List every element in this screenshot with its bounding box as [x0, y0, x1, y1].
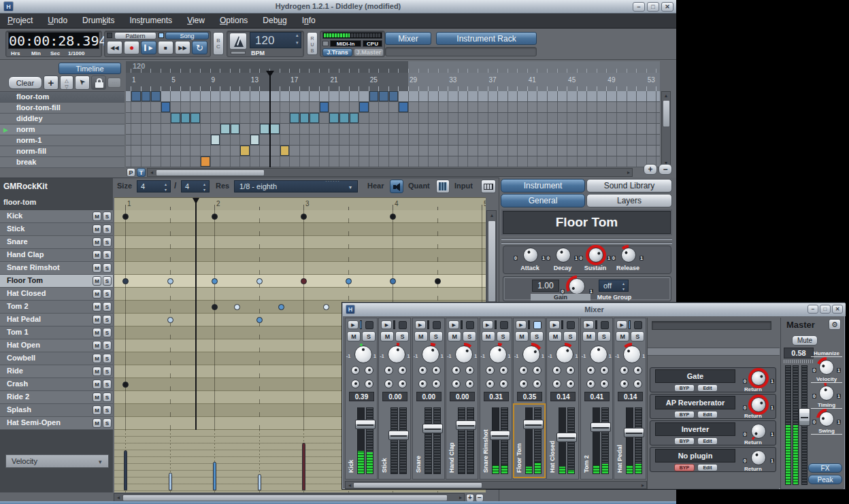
maximize-icon[interactable]: □ [647, 2, 659, 12]
note-kick-3[interactable] [301, 214, 307, 220]
strip-mute-button[interactable]: M [515, 331, 529, 341]
instrument-row-hat-semi-open[interactable]: Hat Semi-OpenMS [0, 417, 113, 430]
pattern-hscroll-thumb[interactable] [122, 494, 448, 501]
pattern-row-norm-1[interactable]: norm-1 [0, 135, 124, 146]
metronome-button[interactable] [229, 33, 247, 50]
strip-fx-send-knob-4[interactable] [362, 377, 376, 391]
menu-project[interactable]: Project [0, 14, 40, 29]
mute-button[interactable]: M [93, 328, 101, 337]
song-zoom-in-button[interactable]: + [644, 164, 657, 175]
size-numerator-spinner[interactable]: 4▴ ▾ [137, 180, 171, 192]
master-fx-button[interactable]: FX [808, 463, 842, 473]
strip-fx-send-knob-1[interactable] [416, 363, 430, 377]
song-tempo-ruler[interactable]: 120 [126, 61, 660, 73]
pattern-hscroll-left-icon[interactable]: ◂ [116, 494, 121, 501]
loop-button[interactable]: ↻ [192, 41, 207, 54]
strip-fx-send-knob-2[interactable] [395, 363, 410, 377]
song-cell-break-8[interactable] [201, 156, 210, 167]
jack-master-button[interactable]: J.Master [354, 48, 384, 56]
fx-edit-button-1[interactable]: Edit [697, 384, 718, 392]
pattern-row-floor-tom-fill[interactable]: floor-tom-fill [0, 103, 124, 114]
strip-fx-send-knob-3[interactable] [348, 377, 363, 391]
song-cell-diddley-19[interactable] [310, 113, 319, 123]
note-crash-1[interactable] [122, 382, 129, 388]
song-grid-row-norm-fill[interactable] [126, 146, 660, 156]
song-cell-norm-fill-16[interactable] [280, 146, 290, 156]
fx-name-2[interactable]: AP Reverberator [655, 396, 735, 409]
instrument-row-hat-pedal[interactable]: Hat PedalMS [0, 314, 113, 326]
song-grid-row-floor-tom[interactable] [126, 91, 660, 102]
song-cell-norm-1-13[interactable] [250, 135, 260, 145]
pattern-ruler[interactable]: 12345 [114, 197, 486, 210]
song-cell-norm-14[interactable] [260, 124, 269, 134]
song-cell-floor-tom-fill-4[interactable] [161, 102, 171, 112]
instrument-row-kick[interactable]: KickMS [0, 210, 113, 223]
solo-button[interactable]: S [103, 328, 112, 337]
strip-mute-button[interactable]: M [448, 331, 461, 341]
note-floor-tom-3.5[interactable] [346, 278, 352, 284]
song-cell-floor-tom-26[interactable] [379, 91, 388, 101]
strip-pan-knob[interactable] [553, 343, 576, 366]
fx-name-1[interactable]: Gate [655, 369, 735, 383]
song-cell-floor-tom-2[interactable] [142, 91, 151, 101]
mixer-hscroll-thumb[interactable] [353, 482, 482, 488]
song-hscroll-thumb[interactable] [156, 169, 265, 176]
strip-fx-send-knob-2[interactable] [463, 363, 477, 377]
strip-fx-send-knob-3[interactable] [483, 377, 497, 391]
master-knob-humanize[interactable] [816, 357, 837, 377]
timeline-toggle-button[interactable]: T [137, 168, 146, 177]
song-grid-row-floor-tom-fill[interactable] [126, 102, 660, 113]
note-grid-row-snare[interactable] [114, 236, 486, 249]
strip-fx-send-knob-2[interactable] [631, 363, 645, 377]
instrument-row-cowbell[interactable]: CowbellMS [0, 352, 113, 365]
knob-release[interactable] [618, 245, 639, 265]
fast-forward-button[interactable]: ▶▶ [175, 41, 190, 54]
song-cell-diddley-7[interactable] [190, 113, 200, 123]
select-mode-button[interactable]: ➤ [75, 75, 90, 90]
song-cell-norm-1-9[interactable] [211, 135, 220, 145]
note-floor-tom-3[interactable] [301, 278, 307, 284]
solo-button[interactable]: S [103, 392, 112, 402]
knob-decay[interactable] [553, 245, 573, 265]
note-grid-row-hand-clap[interactable] [114, 249, 486, 262]
strip-fx-send-knob-1[interactable] [516, 363, 531, 377]
instrument-row-splash[interactable]: SplashMS [0, 404, 113, 417]
strip-fx-send-knob-2[interactable] [497, 363, 511, 377]
strip-fx-send-knob-1[interactable] [449, 363, 463, 377]
instrument-row-snare[interactable]: SnareMS [0, 236, 113, 249]
note-kick-1[interactable] [122, 214, 129, 220]
song-cell-diddley-5[interactable] [171, 113, 180, 123]
instrument-row-ride-2[interactable]: Ride 2MS [0, 391, 113, 404]
note-tom-2-2[interactable] [212, 304, 218, 310]
jack-transport-button[interactable]: J.Trans [322, 48, 352, 56]
solo-button[interactable]: S [103, 237, 112, 247]
mute-group-spinner[interactable]: off▴ ▾ [599, 280, 629, 292]
instrument-row-floor-tom[interactable]: Floor TomMS [0, 275, 113, 288]
note-grid-row-hat-closed[interactable] [114, 288, 486, 301]
strip-fx-send-knob-4[interactable] [395, 377, 410, 391]
song-cell-diddley-17[interactable] [290, 113, 299, 123]
song-cell-floor-tom-25[interactable] [369, 91, 379, 101]
song-cell-diddley-22[interactable] [339, 113, 349, 123]
fx-name-4[interactable]: No plugin [655, 449, 735, 463]
strip-fader-handle[interactable] [456, 420, 476, 430]
strip-mute-button[interactable]: M [616, 331, 629, 341]
instrument-row-crash[interactable]: CrashMS [0, 378, 113, 391]
stop-button[interactable]: ■ [158, 41, 173, 54]
solo-button[interactable]: S [103, 418, 112, 428]
move-pattern-button[interactable]: △ ▽ [60, 75, 73, 90]
menu-instruments[interactable]: Instruments [122, 14, 180, 29]
solo-button[interactable]: S [103, 302, 112, 312]
note-grid-row-stick[interactable] [114, 223, 486, 236]
strip-fx-send-knob-3[interactable] [617, 377, 631, 391]
strip-fx-send-knob-4[interactable] [631, 377, 645, 391]
song-vscroll-thumb[interactable] [663, 100, 670, 127]
strip-pan-knob[interactable] [385, 343, 408, 366]
strip-play-button[interactable]: ▶ [616, 320, 627, 329]
note-floor-tom-2.5[interactable] [256, 278, 263, 284]
strip-play-button[interactable]: ▶ [415, 320, 426, 329]
strip-mute-button[interactable]: M [347, 331, 361, 341]
mute-button[interactable]: M [93, 289, 101, 299]
strip-play-button[interactable]: ▶ [381, 320, 392, 329]
strip-fader-handle[interactable] [523, 420, 544, 429]
